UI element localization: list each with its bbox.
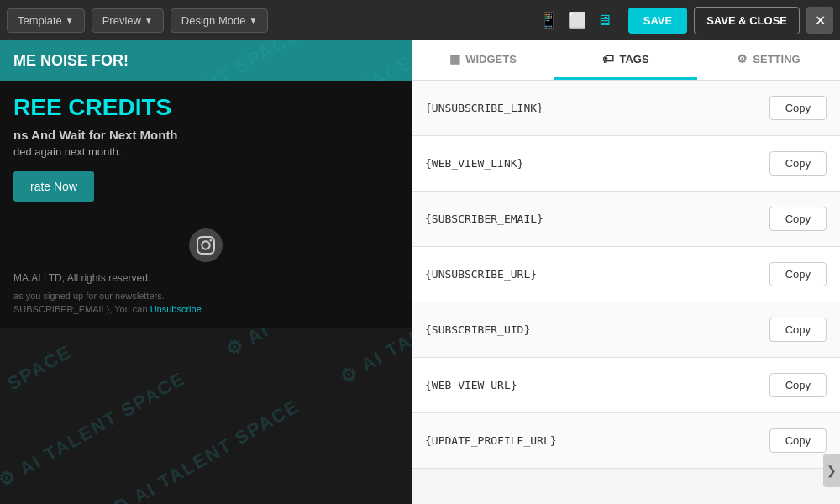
preview-body: ded again next month.: [13, 145, 398, 158]
footer-unsub: SUBSCRIBER_EMAIL}, You can Unsubscribe: [13, 304, 398, 314]
copy-button[interactable]: Copy: [769, 207, 827, 231]
teal-bar-text: ME NOISE FOR!: [13, 52, 129, 70]
instagram-icon: [189, 228, 223, 262]
close-button[interactable]: ✕: [806, 7, 833, 34]
preview-cta-button[interactable]: rate Now: [13, 171, 94, 202]
preview-title: REE CREDITS: [13, 94, 398, 121]
footer-company: MA.AI LTD, All rights reserved.: [13, 272, 398, 284]
tags-list: {UNSUBSCRIBE_LINK}Copy{WEB_VIEW_LINK}Cop…: [412, 81, 840, 504]
tag-name: {SUBSCRIBER_EMAIL}: [425, 213, 543, 225]
template-chevron-icon: ▼: [66, 16, 74, 25]
setting-icon: ⚙: [737, 52, 748, 66]
tab-setting-label: SETTING: [753, 53, 800, 66]
copy-button[interactable]: Copy: [769, 96, 827, 120]
toolbar: Template ▼ Preview ▼ Design Mode ▼ 📱 ⬜ 🖥…: [0, 0, 840, 40]
widgets-icon: ▦: [449, 52, 460, 66]
tag-name: {UNSUBSCRIBE_URL}: [425, 268, 537, 281]
mobile-icon[interactable]: 📱: [539, 11, 558, 29]
device-icons: 📱 ⬜ 🖥: [539, 11, 622, 29]
tab-setting[interactable]: ⚙ SETTING: [697, 40, 840, 80]
save-button[interactable]: SAVE: [628, 8, 687, 34]
teal-bar: ME NOISE FOR!: [0, 40, 412, 81]
copy-button[interactable]: Copy: [769, 262, 827, 286]
copy-button[interactable]: Copy: [769, 373, 827, 397]
save-close-button[interactable]: SAVE & CLOSE: [694, 7, 800, 34]
tag-row: {UPDATE_PROFILE_URL}Copy: [412, 413, 840, 469]
tag-name: {UPDATE_PROFILE_URL}: [425, 434, 557, 447]
preview-button[interactable]: Preview ▼: [92, 8, 164, 33]
template-button[interactable]: Template ▼: [7, 8, 85, 33]
preview-content: REE CREDITS ns And Wait for Next Month d…: [0, 81, 412, 215]
tab-widgets[interactable]: ▦ WIDGETS: [412, 40, 554, 80]
design-mode-chevron-icon: ▼: [249, 16, 257, 25]
preview-label: Preview: [102, 14, 141, 27]
right-panel: ▦ WIDGETS 🏷 TAGS ⚙ SETTING {UNSUBSCRIBE_…: [412, 40, 840, 504]
tabs: ▦ WIDGETS 🏷 TAGS ⚙ SETTING: [412, 40, 840, 81]
footer-unsub-prefix: SUBSCRIBER_EMAIL}, You can: [13, 304, 148, 314]
main-area: ⚙ AI TALENT SPACE ⚙ AI TALENT SPACE ⚙ AI…: [0, 40, 840, 504]
tags-icon: 🏷: [602, 52, 614, 66]
tag-name: {WEB_VIEW_URL}: [425, 379, 517, 391]
unsubscribe-link[interactable]: Unsubscribe: [150, 304, 202, 314]
preview-panel: ⚙ AI TALENT SPACE ⚙ AI TALENT SPACE ⚙ AI…: [0, 40, 412, 504]
tag-name: {SUBSCRIBER_UID}: [425, 323, 530, 336]
collapse-panel-button[interactable]: ❯: [823, 454, 840, 487]
copy-button[interactable]: Copy: [769, 151, 827, 176]
tablet-icon[interactable]: ⬜: [568, 11, 586, 29]
tag-row: {UNSUBSCRIBE_URL}Copy: [412, 247, 840, 302]
tag-name: {UNSUBSCRIBE_LINK}: [425, 102, 543, 114]
preview-footer: MA.AI LTD, All rights reserved. as you s…: [0, 215, 412, 328]
tab-tags[interactable]: 🏷 TAGS: [554, 40, 697, 80]
tag-row: {SUBSCRIBER_EMAIL}Copy: [412, 192, 840, 247]
preview-subtitle: ns And Wait for Next Month: [13, 128, 398, 142]
footer-note: as you signed up for our newsletters.: [13, 291, 398, 301]
tag-row: {SUBSCRIBER_UID}Copy: [412, 302, 840, 358]
tag-row: {WEB_VIEW_URL}Copy: [412, 358, 840, 413]
design-mode-label: Design Mode: [181, 14, 246, 27]
preview-chevron-icon: ▼: [144, 16, 153, 25]
copy-button[interactable]: Copy: [769, 318, 827, 342]
desktop-icon[interactable]: 🖥: [596, 12, 612, 29]
design-mode-button[interactable]: Design Mode ▼: [171, 8, 269, 33]
template-label: Template: [18, 14, 62, 27]
tab-widgets-label: WIDGETS: [465, 53, 517, 66]
tab-tags-label: TAGS: [619, 53, 648, 66]
tag-name: {WEB_VIEW_LINK}: [425, 157, 523, 170]
copy-button[interactable]: Copy: [769, 428, 827, 453]
tag-row: {UNSUBSCRIBE_LINK}Copy: [412, 81, 840, 136]
tag-row: {WEB_VIEW_LINK}Copy: [412, 136, 840, 192]
